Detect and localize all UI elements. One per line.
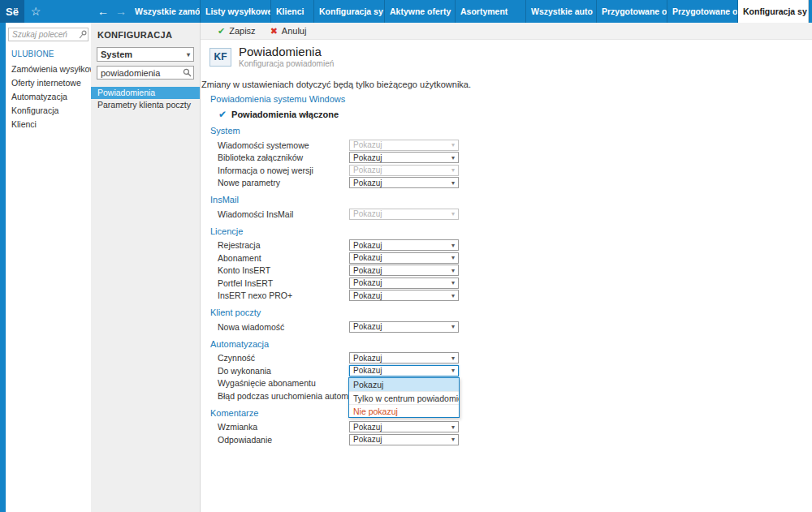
setting-select-nowa-wiadomo[interactable]: Pokazuj▾ [349, 321, 459, 333]
select-wrapper: Pokazuj▾ [349, 265, 459, 276]
chevron-down-icon: ▾ [451, 154, 455, 161]
setting-row: Do wykonaniaPokazuj▾PokazujTylko w centr… [209, 364, 812, 377]
forward-arrow-icon[interactable]: → [112, 0, 130, 23]
tab-aktywne-oferty[interactable]: Aktywne oferty [385, 0, 456, 23]
settings-sections: SystemWiadomości systemowePokazuj▾Biblio… [209, 126, 812, 446]
setting-select-informacja-o-nowej-wersji[interactable]: Pokazuj▾ [349, 165, 459, 176]
chevron-down-icon: ▾ [187, 51, 190, 58]
config-item-powiadomienia[interactable]: Powiadomienia [91, 87, 200, 99]
config-search-input[interactable] [97, 66, 194, 80]
select-value: Pokazuj [353, 209, 382, 218]
main-panel: ✔ Zapisz ✖ Anuluj KF Powiadomienia Konfi… [201, 23, 812, 512]
select-wrapper: Pokazuj▾ [349, 321, 459, 333]
setting-label-czynno: Czynność [218, 353, 349, 363]
tab-konfiguracja-sy[interactable]: Konfiguracja sy [314, 0, 385, 23]
notifications-enabled-checkbox[interactable]: ✔ Powiadomienia włączone [218, 109, 812, 120]
config-scope-select[interactable]: System ▾ [97, 47, 194, 62]
config-item-parametry-klienta-poczty[interactable]: Parametry klienta poczty [91, 99, 200, 111]
sidebar-item-zam-wienia-wysy-kowe[interactable]: Zamówienia wysyłkowe [6, 62, 91, 76]
cancel-button[interactable]: ✖ Anuluj [270, 26, 307, 37]
dropdown-option-pokazuj[interactable]: Pokazuj [349, 378, 459, 391]
sidebar-item-oferty-internetowe[interactable]: Oferty internetowe [6, 76, 91, 90]
pin-icon[interactable] [79, 30, 87, 41]
dropdown-option-nie-pokazuj[interactable]: Nie pokazuj [349, 404, 459, 417]
setting-row: Wiadomości InsMailPokazuj▾ [209, 208, 812, 221]
tab-konfiguracja-sy[interactable]: Konfiguracja sy [738, 0, 809, 23]
select-wrapper: Pokazuj▾ [349, 177, 459, 188]
user-scope-note: Zmiany w ustawieniach dotyczyć będą tylk… [201, 80, 812, 89]
setting-select-abonament[interactable]: Pokazuj▾ [349, 252, 459, 264]
setting-label-portfel-insert: Portfel InsERT [218, 278, 349, 288]
toolbar: ✔ Zapisz ✖ Anuluj [201, 23, 812, 40]
select-value: Pokazuj [353, 179, 382, 187]
config-panel-title: KONFIGURACJA [91, 28, 200, 47]
select-value: Pokazuj [353, 423, 382, 432]
setting-select-konto-insert[interactable]: Pokazuj▾ [349, 265, 459, 276]
chevron-down-icon: ▾ [451, 179, 455, 187]
sidebar-item-klienci[interactable]: Klienci [6, 118, 91, 131]
setting-select-portfel-insert[interactable]: Pokazuj▾ [349, 278, 459, 289]
setting-select-biblioteka-za-cznik-w[interactable]: Pokazuj▾ [349, 152, 459, 163]
command-search-input[interactable] [8, 28, 89, 41]
select-wrapper: Pokazuj▾ [349, 252, 459, 264]
chevron-down-icon: ▾ [451, 292, 455, 299]
tab-wszystkie-auto[interactable]: Wszystkie auto [526, 0, 597, 23]
page-subtitle: Konfiguracja powiadomień [239, 59, 334, 68]
sidebar-item-automatyzacja[interactable]: Automatyzacja [6, 90, 91, 104]
select-value: Pokazuj [353, 366, 382, 375]
setting-row: OdpowiadaniePokazuj▾ [209, 433, 812, 446]
checkbox-check-icon: ✔ [218, 109, 227, 120]
save-button[interactable]: ✔ Zapisz [218, 26, 256, 37]
chevron-down-icon: ▾ [451, 254, 455, 261]
config-search [97, 66, 194, 80]
setting-label-wzmianka: Wzmianka [218, 422, 349, 432]
setting-select-nowe-parametry[interactable]: Pokazuj▾ [349, 177, 459, 188]
setting-select-do-wykonania[interactable]: Pokazuj▾ [349, 365, 459, 376]
setting-label-odpowiadanie: Odpowiadanie [218, 435, 349, 445]
favorites-star-icon[interactable]: ☆ [24, 0, 47, 23]
setting-label-wyga-ni-cie-abonamentu: Wygaśnięcie abonamentu [218, 378, 349, 388]
settings-content: KF Powiadomienia Konfiguracja powiadomie… [201, 40, 812, 512]
chevron-down-icon: ▾ [451, 242, 455, 249]
page-header: KF Powiadomienia Konfiguracja powiadomie… [209, 47, 812, 67]
tab-klienci[interactable]: Klienci [271, 0, 314, 23]
select-value: Pokazuj [353, 322, 382, 331]
setting-label-nowe-parametry: Nowe parametry [218, 178, 349, 187]
setting-row: Portfel InsERTPokazuj▾ [209, 277, 812, 290]
sidebar-item-konfiguracja[interactable]: Konfiguracja [6, 104, 91, 118]
app-logo[interactable]: Së [0, 0, 24, 23]
chevron-down-icon: ▾ [451, 141, 455, 148]
search-icon [183, 68, 192, 79]
setting-select-insert-nexo-pro[interactable]: Pokazuj▾ [349, 290, 459, 301]
setting-select-odpowiadanie[interactable]: Pokazuj▾ [349, 434, 459, 445]
tab-asortyment[interactable]: Asortyment [456, 0, 526, 23]
setting-select-rejestracja[interactable]: Pokazuj▾ [349, 239, 459, 251]
setting-select-czynno[interactable]: Pokazuj▾ [349, 352, 459, 364]
setting-label-wiadomo-ci-systemowe: Wiadomości systemowe [218, 140, 349, 150]
setting-label-wiadomo-ci-insmail: Wiadomości InsMail [218, 209, 349, 219]
setting-row: Konto InsERTPokazuj▾ [209, 265, 812, 278]
topbar: Së ☆ ← → Wszystkie zamóListy wysyłkoweKl… [0, 0, 812, 23]
setting-row: Biblioteka załącznikówPokazuj▾ [209, 152, 812, 165]
tab-listy-wysy-kowe[interactable]: Listy wysyłkowe [201, 0, 271, 23]
back-arrow-icon[interactable]: ← [94, 0, 112, 23]
select-value: Pokazuj [353, 241, 382, 250]
setting-select-wiadomo-ci-insmail[interactable]: Pokazuj▾ [349, 209, 459, 220]
windows-notifications-link[interactable]: Powiadomienia systemu Windows [210, 94, 812, 104]
config-scope-value: System [101, 49, 132, 59]
setting-label-abonament: Abonament [218, 253, 349, 263]
cancel-button-label: Anuluj [282, 26, 307, 36]
tab-przygotowane-o[interactable]: Przygotowane o [597, 0, 667, 23]
setting-select-wzmianka[interactable]: Pokazuj▾ [349, 421, 459, 432]
setting-row: CzynnośćPokazuj▾ [209, 352, 812, 365]
chevron-down-icon: ▾ [451, 436, 455, 443]
setting-label-informacja-o-nowej-wersji: Informacja o nowej wersji [218, 166, 349, 175]
dropdown-option-tylko-w-centrum-powiadomie[interactable]: Tylko w centrum powiadomień [349, 391, 459, 404]
tab-przygotowane-o[interactable]: Przygotowane o [667, 0, 738, 23]
application-window: Së ☆ ← → Wszystkie zamóListy wysyłkoweKl… [0, 0, 812, 512]
config-result-list: PowiadomieniaParametry klienta poczty [91, 87, 200, 111]
setting-select-wiadomo-ci-systemowe[interactable]: Pokazuj▾ [349, 140, 459, 151]
select-wrapper: Pokazuj▾ [349, 278, 459, 289]
select-wrapper: Pokazuj▾ [349, 352, 459, 364]
tab-wszystkie-zam[interactable]: Wszystkie zamó [130, 0, 201, 23]
